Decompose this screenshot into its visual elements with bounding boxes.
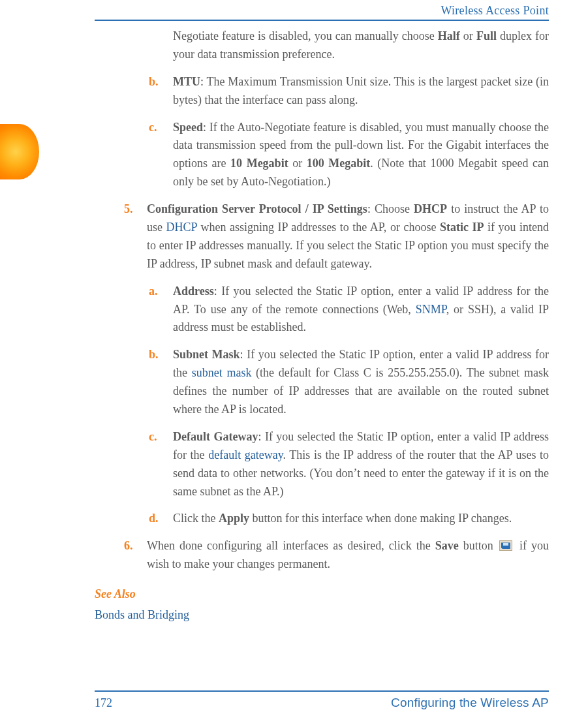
term-mtu: MTU	[173, 75, 200, 88]
continuation-paragraph: Negotiate feature is disabled, you can m…	[95, 27, 549, 64]
term-apply: Apply	[219, 512, 249, 525]
step-5: 5. Configuration Server Protocol / IP Se…	[95, 200, 549, 273]
link-bonds-bridging[interactable]: Bonds and Bridging	[95, 608, 189, 621]
body-content: Negotiate feature is disabled, you can m…	[95, 27, 549, 625]
header-rule	[95, 20, 549, 21]
term-half: Half	[438, 29, 460, 42]
sub-item-apply: d. Click the Apply button for this inter…	[95, 510, 549, 528]
link-snmp[interactable]: SNMP	[416, 303, 446, 316]
sub-item-subnet-mask: b. Subnet Mask: If you selected the Stat…	[95, 346, 549, 419]
save-icon	[499, 540, 512, 551]
product-name: Wireless Access Point	[95, 4, 549, 20]
opt-100mb: 100 Megabit	[307, 157, 371, 170]
sub-item-default-gateway: c. Default Gateway: If you selected the …	[95, 428, 549, 501]
page: Wireless Access Point Negotiate feature …	[0, 0, 588, 727]
footer-rule	[95, 690, 549, 692]
link-subnet-mask[interactable]: subnet mask	[192, 366, 252, 379]
term-default-gateway: Default Gateway	[173, 430, 258, 443]
sub-item-address: a. Address: If you selected the Static I…	[95, 283, 549, 337]
term-full: Full	[476, 29, 497, 42]
footer-row: 172 Configuring the Wireless AP	[95, 696, 549, 710]
opt-10mb: 10 Megabit	[230, 157, 288, 170]
term-save: Save	[435, 539, 459, 552]
term-subnet-mask: Subnet Mask	[173, 348, 240, 361]
text: when assigning IP addresses to the AP, o…	[197, 221, 440, 234]
page-number: 172	[95, 696, 112, 710]
running-footer: 172 Configuring the Wireless AP	[95, 690, 549, 710]
list-marker: b.	[149, 346, 159, 364]
sub-item-speed: c. Speed: If the Auto-Negotiate feature …	[95, 119, 549, 192]
section-title: Configuring the Wireless AP	[391, 696, 549, 710]
text: : The Maximum Transmission Unit size. Th…	[173, 75, 549, 106]
list-marker: 5.	[124, 200, 133, 219]
text: button	[459, 539, 498, 552]
term-config-server: Configuration Server Protocol / IP Setti…	[147, 202, 367, 215]
list-marker: a.	[149, 283, 158, 301]
see-also-block: See Also Bonds and Bridging	[95, 585, 549, 625]
step-6: 6. When done configuring all interfaces …	[95, 537, 549, 574]
text: or	[288, 157, 307, 170]
list-marker: c.	[149, 119, 157, 137]
text: Negotiate feature is disabled, you can m…	[173, 29, 438, 42]
term-dhcp: DHCP	[414, 202, 447, 215]
term-address: Address	[173, 285, 214, 298]
link-dhcp[interactable]: DHCP	[166, 221, 197, 234]
text: When done configuring all interfaces as …	[147, 539, 435, 552]
term-speed: Speed	[173, 121, 203, 134]
text: Click the	[173, 512, 219, 525]
term-static-ip: Static IP	[440, 221, 484, 234]
text: button for this interface when done maki…	[249, 512, 512, 525]
list-marker: c.	[149, 428, 157, 446]
list-marker: b.	[149, 73, 159, 91]
tab-ornament	[0, 124, 39, 179]
sub-item-mtu: b. MTU: The Maximum Transmission Unit si…	[95, 73, 549, 110]
see-also-heading: See Also	[95, 585, 549, 604]
running-header: Wireless Access Point	[95, 4, 549, 21]
link-default-gateway[interactable]: default gateway	[208, 448, 283, 461]
list-marker: 6.	[124, 537, 133, 555]
text: : Choose	[367, 202, 414, 215]
text: or	[460, 29, 476, 42]
list-marker: d.	[149, 510, 159, 528]
